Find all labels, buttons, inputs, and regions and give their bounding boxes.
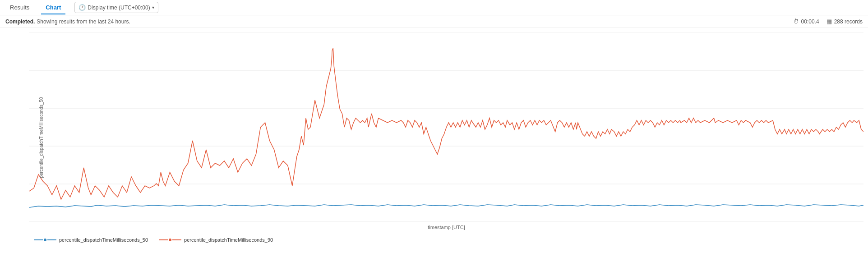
table-icon: ▦ xyxy=(826,18,832,25)
chart-wrapper: percentile_dispatchTimeMilliseconds_50 5… xyxy=(0,28,868,247)
top-bar: Results Chart 🕐 Display time (UTC+00:00)… xyxy=(0,0,868,15)
chart-y-axis-label: percentile_dispatchTimeMilliseconds_50 xyxy=(39,97,44,178)
chart-legend: percentile_dispatchTimeMilliseconds_50 p… xyxy=(29,234,863,243)
display-time-label: Display time (UTC+00:00) xyxy=(88,5,150,11)
status-records: ▦ 288 records xyxy=(826,18,863,25)
tab-chart[interactable]: Chart xyxy=(41,1,65,14)
chevron-down-icon: ▾ xyxy=(152,5,154,10)
display-time-selector[interactable]: 🕐 Display time (UTC+00:00) ▾ xyxy=(74,2,158,13)
p50-line xyxy=(29,205,863,207)
records-value: 288 records xyxy=(834,18,863,25)
legend-item-p50: percentile_dispatchTimeMilliseconds_50 xyxy=(34,237,148,243)
status-right: ⏱ 00:00.4 ▦ 288 records xyxy=(793,18,863,25)
completed-label: Completed. xyxy=(5,18,35,25)
x-axis-label: timestamp [UTC] xyxy=(29,225,863,230)
chart-svg: 500 400 300 200 100 0 11:00 PM Apr 30 1:… xyxy=(29,32,863,222)
clock-icon: 🕐 xyxy=(78,4,86,11)
p90-line xyxy=(29,48,863,199)
status-bar: Completed. Showing results from the last… xyxy=(0,15,868,28)
legend-label-p90: percentile_dispatchTimeMilliseconds_90 xyxy=(184,237,273,243)
legend-item-p90: percentile_dispatchTimeMilliseconds_90 xyxy=(159,237,273,243)
status-message: Showing results from the last 24 hours. xyxy=(37,18,130,25)
status-left: Completed. Showing results from the last… xyxy=(5,18,130,25)
legend-line-p50 xyxy=(34,239,56,241)
legend-line-p90 xyxy=(159,239,181,241)
duration-value: 00:00.4 xyxy=(801,18,819,25)
status-time: ⏱ 00:00.4 xyxy=(793,18,819,25)
legend-label-p50: percentile_dispatchTimeMilliseconds_50 xyxy=(59,237,148,243)
tab-results[interactable]: Results xyxy=(5,1,34,14)
clock-icon-small: ⏱ xyxy=(793,18,799,25)
